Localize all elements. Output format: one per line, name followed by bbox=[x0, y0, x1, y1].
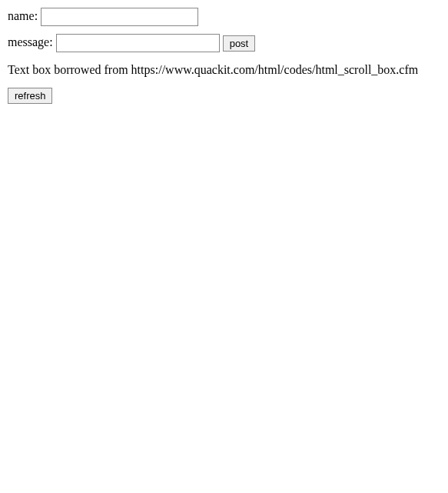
message-label: message: bbox=[8, 35, 53, 48]
name-label: name: bbox=[8, 9, 38, 22]
refresh-button[interactable]: refresh bbox=[8, 88, 52, 104]
credit-text: Text box borrowed from https://www.quack… bbox=[8, 63, 440, 77]
message-input[interactable] bbox=[56, 34, 220, 52]
post-button[interactable]: post bbox=[223, 35, 256, 52]
scroll-box[interactable] bbox=[8, 112, 377, 465]
name-input[interactable] bbox=[41, 8, 198, 26]
